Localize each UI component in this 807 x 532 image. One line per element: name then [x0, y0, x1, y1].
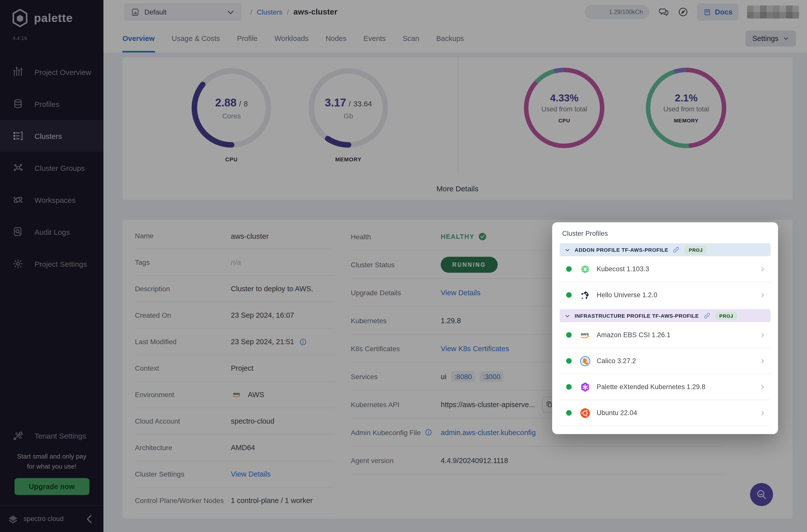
aws-icon: aws: [580, 329, 590, 340]
profile-pack-row-ubuntu-22-04[interactable]: Ubuntu 22.04: [560, 400, 771, 426]
palette-app: palette 4.4.19 Project OverviewProfilesC…: [0, 0, 807, 532]
chevron-right-icon: [759, 384, 766, 390]
chevron-right-icon: [759, 292, 766, 298]
pack-status-dot: [566, 384, 571, 390]
popup-title: Cluster Profiles: [562, 230, 771, 237]
chevron-right-icon: [759, 410, 766, 416]
profile-pack-row-kubecost-1-103-3[interactable]: Kubecost 1.103.3: [560, 256, 771, 282]
link-chain-icon: [703, 312, 710, 319]
pxk-icon: [580, 381, 590, 392]
link-chain-icon: [673, 246, 680, 253]
pack-name: Calico 3.27.2: [597, 357, 759, 365]
profile-section-name: ADDON PROFILE TF-AWS-PROFILE: [575, 247, 668, 253]
profile-pack-row-amazon-ebs-csi-1-26-1[interactable]: awsAmazon EBS CSI 1.26.1: [560, 322, 771, 348]
pack-name: Kubecost 1.103.3: [597, 265, 759, 273]
pack-name: Ubuntu 22.04: [597, 409, 759, 417]
hello-universe-icon: [580, 289, 590, 301]
scope-badge: PROJ: [715, 311, 738, 320]
profile-section-header-addon[interactable]: ADDON PROFILE TF-AWS-PROFILEPROJ: [560, 243, 771, 256]
profile-pack-row-hello-universe-1-2-0[interactable]: Hello Universe 1.2.0: [560, 282, 771, 308]
chevron-down-icon: [565, 247, 570, 252]
pack-status-dot: [566, 332, 571, 338]
cluster-profiles-popup: Cluster Profiles ADDON PROFILE TF-AWS-PR…: [552, 222, 778, 434]
chevron-right-icon: [759, 266, 766, 272]
profile-pack-row-palette-extended-kubernetes-1-29-8[interactable]: Palette eXtended Kubernetes 1.29.8: [560, 374, 771, 400]
pack-status-dot: [566, 292, 571, 298]
profile-section-header-infra[interactable]: INFRASTRUCTURE PROFILE TF-AWS-PROFILEPRO…: [560, 309, 771, 322]
profile-section-name: INFRASTRUCTURE PROFILE TF-AWS-PROFILE: [575, 313, 699, 319]
calico-icon: [580, 356, 590, 366]
ubuntu-icon: [580, 407, 590, 418]
svg-text:aws: aws: [581, 331, 589, 336]
chevron-right-icon: [759, 332, 766, 338]
popup-body: ADDON PROFILE TF-AWS-PROFILEPROJKubecost…: [560, 243, 771, 426]
chevron-down-icon: [565, 313, 570, 319]
chevron-right-icon: [759, 358, 766, 364]
pack-status-dot: [566, 410, 571, 416]
scope-badge: PROJ: [684, 246, 707, 254]
pack-name: Hello Universe 1.2.0: [597, 291, 759, 299]
kubecost-icon: [580, 264, 590, 274]
pack-name: Palette eXtended Kubernetes 1.29.8: [597, 383, 759, 391]
profile-pack-row-calico-3-27-2[interactable]: Calico 3.27.2: [560, 348, 771, 374]
pack-status-dot: [566, 266, 571, 272]
pack-name: Amazon EBS CSI 1.26.1: [597, 331, 759, 339]
pack-status-dot: [566, 358, 571, 364]
